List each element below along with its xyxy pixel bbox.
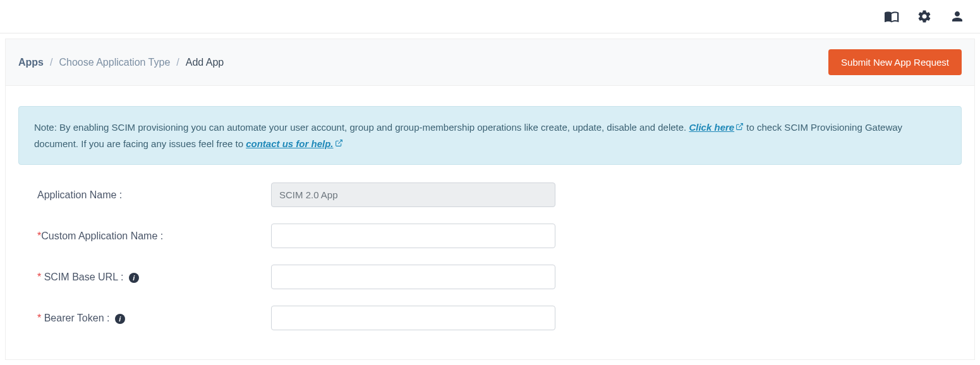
- breadcrumb-sep: /: [50, 57, 52, 68]
- svg-line-1: [338, 140, 342, 143]
- breadcrumb-current: Add App: [186, 57, 224, 68]
- form-area: Application Name : *Custom Application N…: [6, 182, 974, 359]
- breadcrumb-bar: Apps / Choose Application Type / Add App…: [6, 39, 974, 86]
- external-link-icon: [735, 123, 744, 131]
- label-application-name: Application Name :: [37, 189, 271, 201]
- row-custom-app-name: *Custom Application Name :: [37, 224, 949, 248]
- row-bearer-token: * Bearer Token : i: [37, 306, 949, 330]
- input-custom-app-name[interactable]: [271, 224, 555, 248]
- breadcrumb-choose-type[interactable]: Choose Application Type: [59, 57, 170, 68]
- info-icon[interactable]: i: [129, 273, 139, 283]
- input-scim-base-url[interactable]: [271, 265, 555, 289]
- click-here-text: Click here: [689, 122, 734, 133]
- top-header: [0, 0, 980, 33]
- user-icon[interactable]: [950, 9, 965, 24]
- row-scim-base-url: * SCIM Base URL : i: [37, 265, 949, 289]
- note-text-prefix: Note: By enabling SCIM provisioning you …: [34, 122, 689, 133]
- breadcrumb: Apps / Choose Application Type / Add App: [18, 57, 224, 68]
- info-note: Note: By enabling SCIM provisioning you …: [18, 106, 962, 165]
- svg-line-0: [739, 124, 743, 128]
- external-link-icon: [335, 139, 343, 147]
- submit-new-app-request-button[interactable]: Submit New App Request: [828, 49, 962, 75]
- label-custom-app-name-text: Custom Application Name :: [41, 230, 163, 241]
- click-here-link[interactable]: Click here: [689, 122, 744, 133]
- input-bearer-token[interactable]: [271, 306, 555, 330]
- label-bearer-token: * Bearer Token : i: [37, 313, 271, 324]
- contact-us-text: contact us for help.: [246, 138, 333, 149]
- contact-us-link[interactable]: contact us for help.: [246, 138, 342, 149]
- input-application-name: [271, 182, 555, 207]
- breadcrumb-apps[interactable]: Apps: [18, 57, 44, 68]
- gear-icon[interactable]: [917, 9, 932, 24]
- breadcrumb-sep: /: [176, 57, 179, 68]
- label-scim-base-url: * SCIM Base URL : i: [37, 272, 271, 283]
- label-bearer-token-text: Bearer Token :: [41, 313, 112, 323]
- label-scim-base-url-text: SCIM Base URL :: [41, 272, 126, 282]
- label-custom-app-name: *Custom Application Name :: [37, 230, 271, 242]
- info-icon[interactable]: i: [115, 314, 125, 324]
- row-application-name: Application Name :: [37, 182, 949, 207]
- content-card: Apps / Choose Application Type / Add App…: [5, 39, 975, 360]
- book-icon[interactable]: [884, 9, 899, 24]
- main-wrap: Apps / Choose Application Type / Add App…: [0, 33, 980, 365]
